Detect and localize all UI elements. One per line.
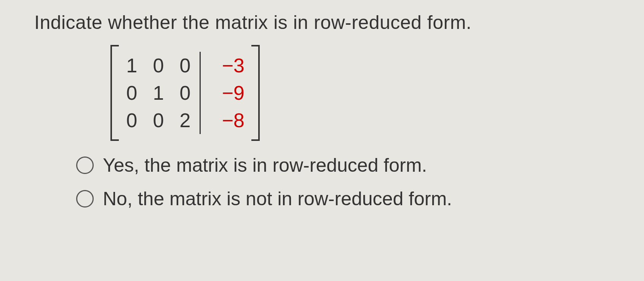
matrix-body: 1 0 0 0 1 0 0 0 2 [126,45,244,141]
augment-cell: −8 [218,110,244,130]
matrix-row: −8 [218,107,244,134]
matrix-cell: 0 [179,56,191,75]
augment-cell: −9 [218,83,244,103]
matrix-cell: 2 [179,110,191,130]
matrix-cell: 1 [126,56,138,75]
radio-icon[interactable] [76,190,94,208]
matrix-cell: 0 [126,110,138,130]
right-bracket [251,45,260,141]
left-bracket [110,45,119,141]
augmented-matrix: 1 0 0 0 1 0 0 0 2 [110,45,260,141]
option-label: Yes, the matrix is in row-reduced form. [103,154,427,176]
option-label: No, the matrix is not in row-reduced for… [103,188,452,210]
matrix-row: −9 [218,79,244,107]
coefficient-block: 1 0 0 0 1 0 0 0 2 [126,52,200,134]
matrix-row: 0 0 2 [126,107,191,134]
answer-options: Yes, the matrix is in row-reduced form. … [34,154,610,210]
option-no[interactable]: No, the matrix is not in row-reduced for… [76,188,610,210]
question-prompt: Indicate whether the matrix is in row-re… [34,11,610,34]
augment-block: −3 −9 −8 [200,52,244,134]
option-yes[interactable]: Yes, the matrix is in row-reduced form. [76,154,610,176]
matrix-cell: 1 [152,83,165,103]
matrix-cell: 0 [126,83,138,103]
matrix-cell: 0 [179,83,191,103]
matrix-row: −3 [218,52,244,79]
matrix-display: 1 0 0 0 1 0 0 0 2 [34,45,610,141]
question-page: Indicate whether the matrix is in row-re… [0,0,644,233]
matrix-cell: 0 [152,110,165,130]
matrix-cell: 0 [152,56,165,75]
matrix-row: 0 1 0 [126,79,191,107]
radio-icon[interactable] [76,156,94,174]
matrix-row: 1 0 0 [126,52,191,79]
augment-cell: −3 [218,56,244,75]
